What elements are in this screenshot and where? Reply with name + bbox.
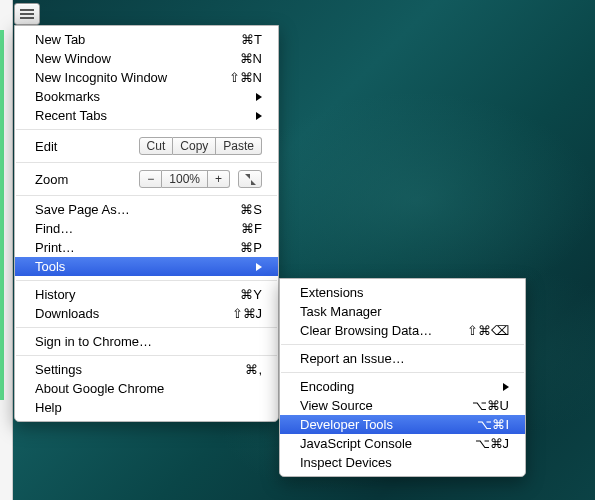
menu-item-settings[interactable]: Settings⌘, bbox=[15, 360, 278, 379]
menu-item-about-google-chrome[interactable]: About Google Chrome bbox=[15, 379, 278, 398]
tools-submenu: ExtensionsTask ManagerClear Browsing Dat… bbox=[279, 278, 526, 477]
menu-item-label: JavaScript Console bbox=[300, 436, 475, 451]
separator bbox=[281, 372, 524, 373]
menu-item-new-tab[interactable]: New Tab⌘T bbox=[15, 30, 278, 49]
zoom-out-button[interactable]: − bbox=[139, 170, 162, 188]
menu-item-inspect-devices[interactable]: Inspect Devices bbox=[280, 453, 525, 472]
menu-item-print[interactable]: Print…⌘P bbox=[15, 238, 278, 257]
menu-item-new-incognito-window[interactable]: New Incognito Window⇧⌘N bbox=[15, 68, 278, 87]
chevron-right-icon bbox=[256, 263, 262, 271]
menu-item-label: History bbox=[35, 287, 240, 302]
menu-item-history[interactable]: History⌘Y bbox=[15, 285, 278, 304]
menu-item-label: About Google Chrome bbox=[35, 381, 262, 396]
fullscreen-button[interactable] bbox=[238, 170, 262, 188]
separator bbox=[281, 344, 524, 345]
menu-item-label: Downloads bbox=[35, 306, 232, 321]
menu-item-sign-in-to-chrome[interactable]: Sign in to Chrome… bbox=[15, 332, 278, 351]
zoom-value: 100% bbox=[162, 170, 208, 188]
tab-indicator bbox=[0, 30, 4, 400]
menu-item-label: Task Manager bbox=[300, 304, 509, 319]
edit-button-group: CutCopyPaste bbox=[139, 137, 262, 155]
paste-button[interactable]: Paste bbox=[216, 137, 262, 155]
menu-item-label: Clear Browsing Data… bbox=[300, 323, 467, 338]
fullscreen-icon bbox=[245, 174, 256, 185]
edit-label: Edit bbox=[35, 139, 139, 154]
chevron-right-icon bbox=[256, 93, 262, 101]
menu-item-label: Inspect Devices bbox=[300, 455, 509, 470]
menu-item-shortcut: ⌘Y bbox=[240, 287, 262, 302]
menu-item-clear-browsing-data[interactable]: Clear Browsing Data…⇧⌘⌫ bbox=[280, 321, 525, 340]
menu-item-label: Encoding bbox=[300, 379, 503, 394]
zoom-button-group: −100%+ bbox=[139, 170, 230, 188]
menu-item-shortcut: ⌘P bbox=[240, 240, 262, 255]
menu-item-new-window[interactable]: New Window⌘N bbox=[15, 49, 278, 68]
menu-item-report-an-issue[interactable]: Report an Issue… bbox=[280, 349, 525, 368]
menu-item-label: Print… bbox=[35, 240, 240, 255]
menu-item-label: View Source bbox=[300, 398, 472, 413]
menu-item-extensions[interactable]: Extensions bbox=[280, 283, 525, 302]
menu-item-shortcut: ⌘F bbox=[241, 221, 262, 236]
menu-item-label: Settings bbox=[35, 362, 245, 377]
menu-item-label: New Incognito Window bbox=[35, 70, 229, 85]
menu-item-javascript-console[interactable]: JavaScript Console⌥⌘J bbox=[280, 434, 525, 453]
menu-item-encoding[interactable]: Encoding bbox=[280, 377, 525, 396]
hamburger-icon bbox=[20, 13, 34, 15]
copy-button[interactable]: Copy bbox=[173, 137, 216, 155]
menu-item-shortcut: ⌥⌘J bbox=[475, 436, 510, 451]
menu-item-recent-tabs[interactable]: Recent Tabs bbox=[15, 106, 278, 125]
cut-button[interactable]: Cut bbox=[139, 137, 174, 155]
menu-item-label: Tools bbox=[35, 259, 256, 274]
menu-item-bookmarks[interactable]: Bookmarks bbox=[15, 87, 278, 106]
menu-item-shortcut: ⌘N bbox=[240, 51, 262, 66]
menu-item-label: Report an Issue… bbox=[300, 351, 509, 366]
menu-item-find[interactable]: Find…⌘F bbox=[15, 219, 278, 238]
chrome-menu-button[interactable] bbox=[14, 3, 40, 25]
menu-item-view-source[interactable]: View Source⌥⌘U bbox=[280, 396, 525, 415]
separator bbox=[16, 195, 277, 196]
menu-item-help[interactable]: Help bbox=[15, 398, 278, 417]
chevron-right-icon bbox=[503, 383, 509, 391]
menu-item-label: Extensions bbox=[300, 285, 509, 300]
separator bbox=[16, 327, 277, 328]
menu-item-shortcut: ⇧⌘J bbox=[232, 306, 263, 321]
zoom-label: Zoom bbox=[35, 172, 139, 187]
menu-item-label: New Window bbox=[35, 51, 240, 66]
edit-row: EditCutCopyPaste bbox=[15, 134, 278, 158]
menu-item-label: Developer Tools bbox=[300, 417, 477, 432]
menu-item-label: Find… bbox=[35, 221, 241, 236]
main-menu: New Tab⌘TNew Window⌘NNew Incognito Windo… bbox=[14, 25, 279, 422]
zoom-in-button[interactable]: + bbox=[208, 170, 230, 188]
separator bbox=[16, 129, 277, 130]
menu-item-shortcut: ⌘S bbox=[240, 202, 262, 217]
menu-item-label: New Tab bbox=[35, 32, 241, 47]
menu-item-tools[interactable]: Tools bbox=[15, 257, 278, 276]
menu-item-shortcut: ⌘T bbox=[241, 32, 262, 47]
menu-item-developer-tools[interactable]: Developer Tools⌥⌘I bbox=[280, 415, 525, 434]
menu-item-label: Bookmarks bbox=[35, 89, 256, 104]
menu-item-label: Sign in to Chrome… bbox=[35, 334, 262, 349]
separator bbox=[16, 355, 277, 356]
separator bbox=[16, 280, 277, 281]
menu-item-shortcut: ⇧⌘N bbox=[229, 70, 262, 85]
menu-item-task-manager[interactable]: Task Manager bbox=[280, 302, 525, 321]
zoom-row: Zoom−100%+ bbox=[15, 167, 278, 191]
menu-item-label: Recent Tabs bbox=[35, 108, 256, 123]
browser-edge-strip bbox=[0, 0, 13, 500]
separator bbox=[16, 162, 277, 163]
menu-item-shortcut: ⇧⌘⌫ bbox=[467, 323, 509, 338]
menu-item-save-page-as[interactable]: Save Page As…⌘S bbox=[15, 200, 278, 219]
menu-item-label: Save Page As… bbox=[35, 202, 240, 217]
menu-item-shortcut: ⌥⌘I bbox=[477, 417, 509, 432]
chevron-right-icon bbox=[256, 112, 262, 120]
menu-item-label: Help bbox=[35, 400, 262, 415]
menu-item-downloads[interactable]: Downloads⇧⌘J bbox=[15, 304, 278, 323]
menu-item-shortcut: ⌘, bbox=[245, 362, 262, 377]
menu-item-shortcut: ⌥⌘U bbox=[472, 398, 509, 413]
